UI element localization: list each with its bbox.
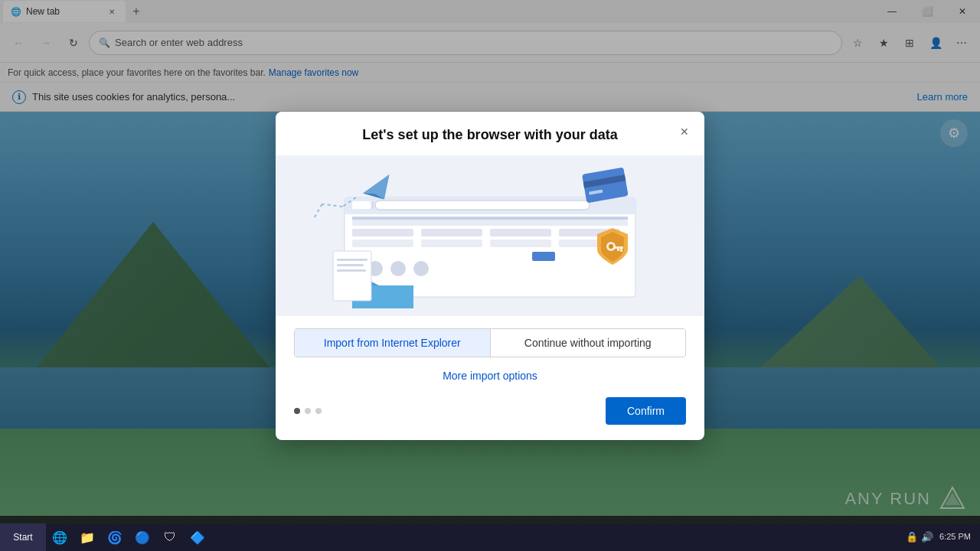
tray-network-icon: 🔒 bbox=[906, 531, 918, 543]
dot-3 bbox=[315, 408, 322, 414]
windows-taskbar: Start 🌐 📁 🌀 🔵 🛡 🔷 🔒 🔊 6:25 PM bbox=[0, 523, 980, 551]
continue-without-importing-button[interactable]: Continue without importing bbox=[491, 329, 686, 357]
svg-rect-41 bbox=[337, 259, 368, 261]
svg-rect-19 bbox=[421, 240, 482, 247]
modal-footer: Confirm bbox=[276, 394, 704, 440]
svg-point-24 bbox=[390, 261, 406, 276]
tray-icons: 🔒 🔊 bbox=[906, 531, 933, 543]
modal-title: Let's set up the browser with your data bbox=[294, 127, 686, 143]
modal-header: Let's set up the browser with your data … bbox=[276, 112, 704, 155]
svg-rect-10 bbox=[352, 201, 371, 209]
svg-rect-42 bbox=[337, 264, 364, 266]
svg-rect-11 bbox=[372, 201, 374, 209]
svg-rect-16 bbox=[490, 229, 551, 236]
svg-rect-14 bbox=[352, 229, 413, 236]
start-button[interactable]: Start bbox=[0, 523, 46, 551]
dot-1 bbox=[294, 408, 300, 414]
modal-overlay: Let's set up the browser with your data … bbox=[0, 0, 980, 551]
taskbar-edge-icon[interactable]: 🔷 bbox=[184, 523, 211, 551]
svg-point-35 bbox=[609, 244, 613, 249]
svg-rect-40 bbox=[333, 251, 371, 301]
taskbar-chrome2-icon[interactable]: 🔵 bbox=[129, 523, 156, 551]
svg-rect-43 bbox=[337, 269, 366, 272]
svg-point-25 bbox=[413, 261, 429, 276]
more-import-options-link[interactable]: More import options bbox=[294, 364, 686, 388]
svg-rect-9 bbox=[375, 201, 590, 210]
taskbar-antivirus-icon[interactable]: 🛡 bbox=[156, 523, 184, 551]
tray-volume-icon: 🔊 bbox=[921, 531, 933, 543]
modal-buttons-wrapper: Import from Internet Explorer Continue w… bbox=[276, 316, 704, 394]
svg-rect-13 bbox=[352, 217, 628, 220]
svg-rect-37 bbox=[620, 249, 622, 252]
svg-rect-38 bbox=[617, 249, 619, 251]
taskbar-right: 🔒 🔊 6:25 PM bbox=[906, 531, 980, 543]
svg-rect-36 bbox=[614, 246, 623, 249]
taskbar-ie-icon[interactable]: 🌐 bbox=[46, 523, 74, 551]
setup-modal: Let's set up the browser with your data … bbox=[276, 112, 704, 440]
clock: 6:25 PM bbox=[939, 531, 971, 543]
svg-rect-22 bbox=[532, 252, 555, 261]
system-time: 6:25 PM bbox=[939, 531, 971, 543]
svg-rect-20 bbox=[490, 240, 551, 247]
dot-2 bbox=[305, 408, 311, 414]
confirm-button[interactable]: Confirm bbox=[606, 397, 686, 425]
taskbar-icons: 🌐 📁 🌀 🔵 🛡 🔷 bbox=[46, 523, 211, 551]
import-ie-button[interactable]: Import from Internet Explorer bbox=[295, 329, 491, 357]
svg-rect-18 bbox=[352, 240, 413, 247]
start-label: Start bbox=[13, 532, 32, 543]
taskbar-chrome-icon[interactable]: 🌀 bbox=[101, 523, 129, 551]
taskbar-explorer-icon[interactable]: 📁 bbox=[74, 523, 101, 551]
progress-dots bbox=[294, 408, 322, 414]
modal-close-button[interactable]: ✕ bbox=[674, 121, 695, 142]
svg-rect-15 bbox=[421, 229, 482, 236]
modal-illustration bbox=[276, 155, 704, 316]
